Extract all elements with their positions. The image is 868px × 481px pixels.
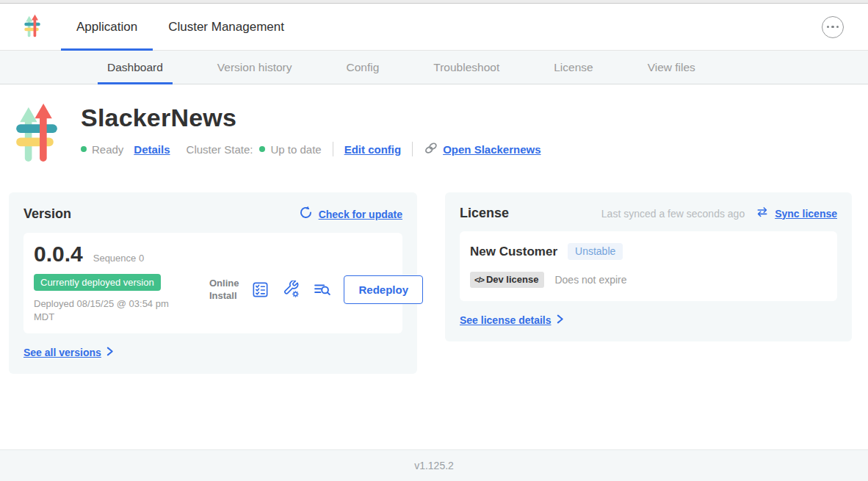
version-card-title: Version xyxy=(23,206,71,222)
subnav-item-dashboard[interactable]: Dashboard xyxy=(98,51,173,84)
chevron-right-icon xyxy=(105,346,115,359)
cluster-state-label: Cluster State: xyxy=(187,143,253,156)
refresh-icon xyxy=(299,206,313,223)
tab-application[interactable]: Application xyxy=(61,4,153,50)
license-type-badge: </> Dev license xyxy=(470,272,544,288)
app-subnav: Dashboard Version history Config Trouble… xyxy=(0,51,868,84)
subnav-troubleshoot-label: Troubleshoot xyxy=(433,61,499,74)
subnav-version-history-label: Version history xyxy=(217,61,292,74)
install-type-line1: Online xyxy=(209,278,239,289)
preflight-checks-icon[interactable] xyxy=(251,281,270,299)
ellipsis-icon xyxy=(831,26,834,29)
tab-cluster-management[interactable]: Cluster Management xyxy=(153,4,300,50)
cluster-state-value: Up to date xyxy=(270,143,321,156)
slackernews-logo-icon xyxy=(24,14,40,40)
subnav-item-version-history[interactable]: Version history xyxy=(208,51,302,84)
see-license-details-label: See license details xyxy=(460,314,551,326)
console-footer: v1.125.2 xyxy=(0,449,868,481)
install-type-line2: Install xyxy=(209,290,239,302)
version-number: 0.0.4 xyxy=(34,242,83,267)
subnav-item-view-files[interactable]: View files xyxy=(638,51,705,84)
divider xyxy=(412,142,413,156)
divider xyxy=(333,142,333,156)
license-card: License Last synced a few seconds ago Sy… xyxy=(445,192,852,341)
deployed-status-badge: Currently deployed version xyxy=(34,274,161,291)
current-version-panel: 0.0.4 Sequence 0 Currently deployed vers… xyxy=(23,233,402,333)
tab-application-label: Application xyxy=(76,20,137,35)
install-type-label: Online Install xyxy=(209,278,239,302)
cluster-state-dot xyxy=(259,146,265,152)
sync-license-link[interactable]: Sync license xyxy=(775,208,837,220)
subnav-view-files-label: View files xyxy=(648,61,695,74)
app-logo-icon xyxy=(16,102,57,166)
edit-config-link[interactable]: Edit config xyxy=(344,143,402,156)
check-for-update-label: Check for update xyxy=(319,209,402,220)
subnav-config-label: Config xyxy=(347,61,380,74)
last-synced-text: Last synced a few seconds ago xyxy=(601,208,745,220)
subnav-item-license[interactable]: License xyxy=(544,51,602,84)
sequence-label: Sequence 0 xyxy=(93,253,144,264)
customer-name: New Customer xyxy=(470,245,557,259)
license-expiry-text: Does not expire xyxy=(554,274,626,286)
license-card-title: License xyxy=(460,206,509,221)
channel-badge: Unstable xyxy=(568,243,623,260)
see-all-versions-link[interactable]: See all versions xyxy=(23,346,402,359)
app-status-row: Ready Details Cluster State: Up to date … xyxy=(81,141,541,157)
see-license-details-link[interactable]: See license details xyxy=(460,314,837,327)
dashboard-cards: Version Check for update 0.0.4 Sequence … xyxy=(0,166,868,374)
app-hero: SlackerNews Ready Details Cluster State:… xyxy=(0,84,868,166)
subnav-dashboard-label: Dashboard xyxy=(107,61,163,74)
open-app-link[interactable]: Open Slackernews xyxy=(424,141,540,157)
app-status-label: Ready xyxy=(92,143,123,156)
status-details-link[interactable]: Details xyxy=(134,143,170,156)
page-title: SlackerNews xyxy=(81,104,541,132)
header-logo[interactable] xyxy=(24,4,40,50)
overflow-menu-button[interactable] xyxy=(822,16,844,38)
subnav-item-config[interactable]: Config xyxy=(337,51,389,84)
code-brackets-icon: </> xyxy=(474,275,484,284)
primary-tabs: Application Cluster Management xyxy=(61,4,300,50)
see-all-versions-label: See all versions xyxy=(23,347,101,358)
subnav-item-troubleshoot[interactable]: Troubleshoot xyxy=(424,51,509,84)
check-for-update-link[interactable]: Check for update xyxy=(299,206,402,223)
sync-arrows-icon xyxy=(756,206,769,221)
app-header: Application Cluster Management xyxy=(0,4,868,51)
subnav-license-label: License xyxy=(554,61,593,74)
version-card: Version Check for update 0.0.4 Sequence … xyxy=(9,192,417,374)
tab-cluster-management-label: Cluster Management xyxy=(168,20,284,35)
license-type-label: Dev license xyxy=(486,274,539,285)
redeploy-button[interactable]: Redeploy xyxy=(344,275,423,304)
deployed-timestamp: Deployed 08/15/25 @ 03:54 pm MDT xyxy=(34,297,189,323)
chevron-right-icon xyxy=(555,314,565,327)
license-details-panel: New Customer Unstable </> Dev license Do… xyxy=(460,231,837,301)
console-version-text: v1.125.2 xyxy=(414,460,454,471)
deploy-logs-icon[interactable] xyxy=(313,281,331,299)
config-wrench-icon[interactable] xyxy=(282,281,300,299)
chain-link-icon xyxy=(424,141,438,157)
ellipsis-icon xyxy=(827,26,830,29)
app-status-dot xyxy=(81,146,87,152)
ellipsis-icon xyxy=(836,26,839,29)
open-app-link-label: Open Slackernews xyxy=(443,143,540,156)
